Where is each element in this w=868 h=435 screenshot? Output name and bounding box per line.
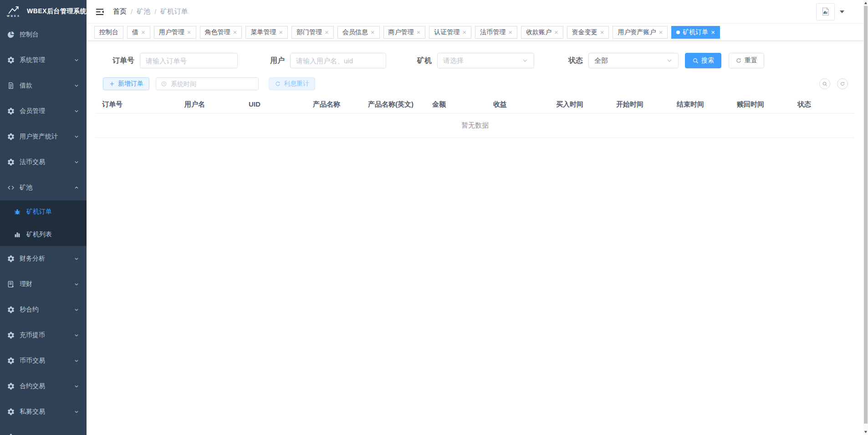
sidebar-item-miner-list[interactable]: 矿机列表 <box>0 223 87 246</box>
close-icon[interactable]: × <box>659 29 663 36</box>
tab-merchant-management[interactable]: 商户管理× <box>383 26 426 39</box>
sidebar-item-more[interactable] <box>0 425 87 435</box>
gear-icon <box>7 306 15 314</box>
close-icon[interactable]: × <box>371 29 375 36</box>
app-logo[interactable]: WBEX WBEX后台管理系统 <box>0 0 87 22</box>
sidebar-item-fiat-trading[interactable]: 法币交易 <box>0 149 87 175</box>
sidebar-item-label: 理财 <box>20 280 74 288</box>
sidebar-item-spot-trading[interactable]: 币币交易 <box>0 348 87 374</box>
order-no-label: 订单号 <box>112 56 134 66</box>
logo-chart-icon <box>8 6 20 15</box>
sidebar-item-loans[interactable]: 借款 <box>0 73 87 98</box>
sidebar-item-system-management[interactable]: 系统管理 <box>0 47 87 73</box>
refresh-icon <box>275 81 281 87</box>
tab-department-management[interactable]: 部门管理× <box>291 26 334 39</box>
sidebar-item-deposit-withdraw[interactable]: 充币提币 <box>0 322 87 348</box>
close-icon[interactable]: × <box>508 29 512 36</box>
sidebar-item-label: 用户资产统计 <box>20 133 74 141</box>
sidebar-item-miner-orders[interactable]: 矿机订单 <box>0 200 87 223</box>
chevron-down-icon <box>74 159 79 165</box>
interest-recalc-button[interactable]: 利息重计 <box>269 77 315 90</box>
close-icon[interactable]: × <box>600 29 604 36</box>
close-icon[interactable]: × <box>554 29 558 36</box>
order-no-input[interactable] <box>140 53 238 68</box>
tab-auth-management[interactable]: 认证管理× <box>429 26 471 39</box>
table-empty-state: 暂无数据 <box>96 113 854 138</box>
table-toolbar: 新增订单 利息重计 <box>96 77 854 90</box>
user-label: 用户 <box>270 56 285 66</box>
miner-select[interactable]: 请选择 <box>437 53 534 68</box>
sidebar-item-contract-trading[interactable]: 合约交易 <box>0 374 87 399</box>
chevron-down-icon <box>74 108 79 114</box>
tab-loan[interactable]: 借× <box>127 26 150 39</box>
sidebar-item-label: 秒合约 <box>20 306 74 314</box>
tab-label: 矿机订单 <box>683 28 708 36</box>
sidebar-item-dashboard[interactable]: 控制台 <box>0 22 87 47</box>
sidebar-item-mining-pool[interactable]: 矿池 <box>0 175 87 200</box>
close-icon[interactable]: × <box>325 29 329 36</box>
sidebar-collapse-icon[interactable] <box>95 7 105 17</box>
interest-recalc-button-label: 利息重计 <box>284 80 309 88</box>
tab-role-management[interactable]: 角色管理× <box>200 26 242 39</box>
system-time-input[interactable] <box>171 80 254 87</box>
gear-icon <box>7 408 15 416</box>
sidebar-item-financial-analysis[interactable]: 财务分析 <box>0 246 87 271</box>
scroll-up-button[interactable] <box>863 0 868 6</box>
close-icon[interactable]: × <box>279 29 283 36</box>
tab-console[interactable]: 控制台 <box>94 26 123 39</box>
sidebar-item-member-management[interactable]: 会员管理 <box>0 98 87 124</box>
tab-user-asset-accounts[interactable]: 用户资产账户× <box>613 26 668 39</box>
tab-fund-changes[interactable]: 资金变更× <box>567 26 609 39</box>
add-order-button[interactable]: 新增订单 <box>103 77 149 90</box>
sidebar-item-label: 借款 <box>20 82 74 90</box>
close-icon[interactable]: × <box>141 29 145 36</box>
sidebar-item-wealth[interactable]: 理财 <box>0 271 87 297</box>
chevron-down-icon <box>74 409 79 415</box>
breadcrumb-item[interactable]: 首页 <box>113 7 127 16</box>
search-button[interactable]: 搜索 <box>685 53 721 68</box>
column-header: 产品名称 <box>306 97 362 113</box>
tab-payment-accounts[interactable]: 收款账户× <box>521 26 563 39</box>
user-input[interactable] <box>290 53 386 68</box>
logo-mark: WBEX <box>5 6 23 17</box>
avatar[interactable] <box>816 3 835 20</box>
close-icon[interactable]: × <box>462 29 466 36</box>
scroll-down-button[interactable] <box>863 429 868 435</box>
tab-menu-management[interactable]: 菜单管理× <box>245 26 288 39</box>
ledger-icon <box>7 280 15 288</box>
table-refresh-button[interactable] <box>837 78 848 89</box>
tab-user-management[interactable]: 用户管理× <box>154 26 196 39</box>
user-menu-caret-icon[interactable] <box>840 10 844 13</box>
close-icon[interactable]: × <box>233 29 237 36</box>
sidebar-item-user-asset-stats[interactable]: 用户资产统计 <box>0 124 87 149</box>
tab-miner-orders[interactable]: 矿机订单× <box>671 26 720 39</box>
tab-label: 会员信息 <box>342 28 368 36</box>
page-scrollbar[interactable] <box>863 0 868 435</box>
scrollbar-thumb[interactable] <box>864 6 868 424</box>
tab-fiat-management[interactable]: 法币管理× <box>475 26 517 39</box>
status-select[interactable]: 全部 <box>588 53 679 68</box>
sidebar-item-label: 矿机订单 <box>26 208 79 216</box>
column-header: 开始时间 <box>610 97 670 113</box>
table-search-button[interactable] <box>819 78 830 89</box>
column-header: 赎回时间 <box>730 97 791 113</box>
close-icon[interactable]: × <box>187 29 191 36</box>
tab-member-info[interactable]: 会员信息× <box>337 26 380 39</box>
chevron-down-icon <box>522 57 528 64</box>
search-icon <box>692 57 699 64</box>
sidebar-item-second-contract[interactable]: 秒合约 <box>0 297 87 322</box>
sidebar-item-private-placement[interactable]: 私募交易 <box>0 399 87 425</box>
tab-label: 认证管理 <box>434 28 460 36</box>
reset-button[interactable]: 重置 <box>729 53 764 68</box>
reset-button-label: 重置 <box>745 56 757 65</box>
tab-label: 收款账户 <box>526 28 551 36</box>
sidebar-item-label: 矿池 <box>20 184 74 192</box>
system-time-picker[interactable] <box>156 77 259 90</box>
breadcrumb: 首页/矿池/矿机订单 <box>113 7 188 16</box>
orders-table: 订单号用户名UID产品名称产品名称(英文)金额收益买入时间开始时间结束时间赎回时… <box>96 97 854 138</box>
chevron-down-icon <box>74 57 79 63</box>
close-icon[interactable]: × <box>417 29 421 36</box>
code-icon <box>7 184 15 192</box>
column-header: 状态 <box>791 97 854 113</box>
close-icon[interactable]: × <box>711 29 715 36</box>
